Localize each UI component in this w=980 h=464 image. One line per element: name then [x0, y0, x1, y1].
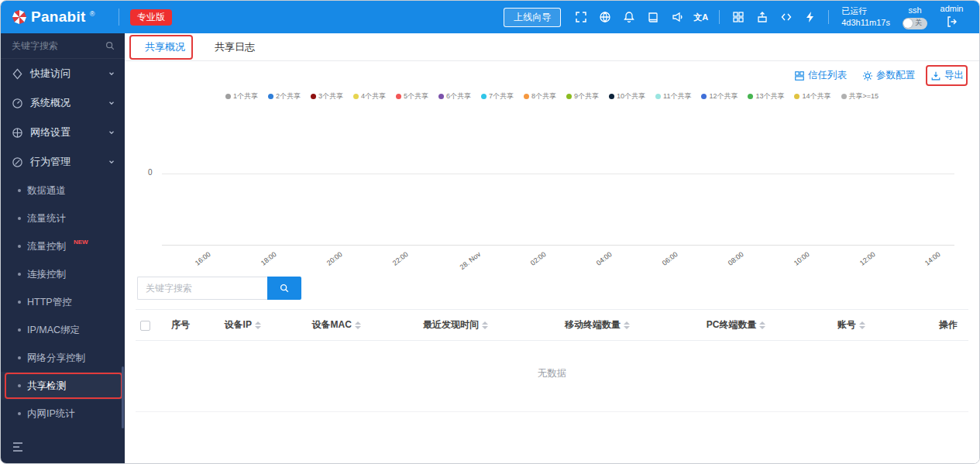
sidebar-group-label: 网络设置 [30, 125, 70, 139]
manual-book-icon[interactable] [646, 11, 659, 24]
brand-registered-mark: ® [90, 10, 95, 18]
column-header[interactable]: 最近发现时间 [418, 310, 560, 341]
column-header[interactable]: PC终端数量 [702, 310, 833, 341]
app-window: Panabit ® 专业版 上线向导 文A [0, 0, 980, 464]
legend-item[interactable]: 5个共享 [396, 91, 428, 101]
trust-list-label: 信任列表 [808, 69, 847, 82]
sidebar-item-share-detection[interactable]: 共享检测 [1, 372, 125, 400]
chart-legend: 1个共享2个共享3个共享4个共享5个共享6个共享7个共享8个共享9个共享10个共… [136, 85, 968, 103]
x-tick-label: 04:00 [595, 250, 623, 280]
column-header[interactable]: 账号 [833, 310, 903, 341]
sidebar-item-label: HTTP管控 [27, 296, 72, 309]
column-header[interactable]: 设备IP [220, 310, 308, 341]
sort-caret-icon[interactable] [624, 321, 630, 329]
share-trend-chart: 1个共享2个共享3个共享4个共享5个共享6个共享7个共享8个共享9个共享10个共… [136, 85, 968, 273]
sidebar-group-quick-access[interactable]: 快捷访问 [1, 59, 125, 88]
legend-item[interactable]: 10个共享 [609, 91, 645, 101]
sidebar-item-network-share-control[interactable]: 网络分享控制 [1, 344, 125, 372]
tab-share-log[interactable]: 共享日志 [215, 40, 255, 54]
sidebar-item-data-channel[interactable]: 数据通道 [1, 177, 125, 205]
ssh-label: ssh [903, 5, 927, 15]
legend-dot [794, 94, 799, 99]
sort-caret-icon[interactable] [859, 321, 865, 329]
sidebar-item-traffic-control[interactable]: 流量控制 NEW [1, 232, 125, 260]
table-search-row [137, 277, 967, 300]
sidebar-group-behavior-management[interactable]: 行为管理 [1, 147, 125, 177]
sidebar-item-http-control[interactable]: HTTP管控 [1, 288, 125, 316]
export-link[interactable]: 导出 [930, 69, 964, 82]
column-header[interactable]: 设备MAC [308, 310, 418, 341]
new-badge: NEW [74, 239, 88, 246]
translate-icon[interactable]: 文A [694, 11, 707, 24]
legend-item[interactable]: 12个共享 [701, 91, 738, 101]
ssh-toggle-state: 关 [915, 19, 922, 28]
sidebar-item-label: 连接控制 [27, 268, 66, 281]
notification-bell-icon[interactable] [622, 11, 635, 24]
legend-label: 11个共享 [663, 91, 691, 101]
bullet-dot [18, 245, 21, 248]
announcement-megaphone-icon[interactable] [670, 11, 683, 24]
fullscreen-icon[interactable] [574, 11, 587, 24]
table-search-button[interactable] [267, 277, 301, 300]
sidebar-item-intranet-ip-stats[interactable]: 内网IP统计 [1, 400, 125, 428]
legend-item[interactable]: 7个共享 [481, 91, 514, 101]
sidebar-group-network-settings[interactable]: 网络设置 [1, 118, 125, 147]
params-config-label: 参数配置 [876, 69, 915, 82]
legend-label: 14个共享 [802, 91, 830, 101]
legend-item[interactable]: 13个共享 [748, 91, 784, 101]
sort-caret-icon[interactable] [482, 321, 488, 329]
trust-list-link[interactable]: 信任列表 [794, 69, 847, 82]
sidebar-group-system-overview[interactable]: 系统概况 [1, 88, 125, 118]
legend-item[interactable]: 3个共享 [311, 91, 343, 101]
select-all-checkbox[interactable] [140, 321, 150, 331]
api-code-icon[interactable] [779, 11, 793, 24]
brand-logo[interactable]: Panabit ® [1, 9, 115, 26]
sidebar-item-connection-control[interactable]: 连接控制 [1, 260, 125, 288]
sort-caret-icon[interactable] [355, 321, 361, 329]
search-icon[interactable] [105, 40, 115, 51]
ssh-block: ssh 关 [903, 5, 927, 29]
select-all-header[interactable] [136, 310, 167, 341]
sidebar-item-traffic-stats[interactable]: 流量统计 [1, 205, 125, 232]
sidebar-scrollbar[interactable] [122, 366, 124, 428]
x-tick-label: 22:00 [390, 250, 418, 280]
support-globe-icon[interactable] [598, 11, 611, 24]
sidebar-item-ip-mac-binding[interactable]: IP/MAC绑定 [1, 316, 125, 344]
tab-share-overview[interactable]: 共享概况 [145, 40, 185, 54]
search-icon [279, 283, 290, 294]
legend-item[interactable]: 8个共享 [524, 91, 556, 101]
sidebar-item-label: 流量统计 [27, 212, 66, 225]
column-header-label: 设备IP [225, 319, 252, 330]
legend-item[interactable]: 14个共享 [794, 91, 830, 101]
legend-item[interactable]: 9个共享 [566, 91, 599, 101]
legend-item[interactable]: 4个共享 [353, 91, 386, 101]
table-search-input[interactable] [137, 277, 267, 300]
sort-caret-icon[interactable] [255, 321, 261, 329]
quick-action-bolt-icon[interactable] [803, 11, 817, 24]
sidebar-collapse-button[interactable] [1, 432, 125, 464]
params-config-link[interactable]: 参数配置 [862, 69, 915, 82]
legend-dot [841, 94, 847, 99]
brand-name: Panabit [31, 9, 86, 26]
legend-item[interactable]: 6个共享 [438, 91, 471, 101]
username-label: admin [940, 3, 964, 14]
sidebar-group-label: 快捷访问 [30, 67, 70, 81]
logout-icon[interactable] [945, 15, 958, 29]
legend-item[interactable]: 共享>=15 [841, 91, 879, 101]
x-tick-label: 20:00 [325, 250, 353, 280]
onboarding-wizard-button[interactable]: 上线向导 [504, 8, 561, 27]
x-tick-label: 16:00 [194, 250, 222, 280]
chevron-down-icon [108, 158, 115, 166]
legend-item[interactable]: 2个共享 [268, 91, 301, 101]
sort-caret-icon[interactable] [759, 321, 765, 329]
column-header[interactable]: 移动终端数量 [560, 310, 702, 341]
legend-item[interactable]: 1个共享 [225, 91, 258, 101]
ssh-toggle[interactable]: 关 [903, 18, 927, 29]
legend-item[interactable]: 11个共享 [655, 91, 691, 101]
edition-badge: 专业版 [130, 9, 172, 26]
sidebar-search-input[interactable] [12, 40, 105, 51]
bullet-dot [18, 301, 21, 304]
modules-grid-icon[interactable] [731, 11, 744, 24]
upgrade-icon[interactable] [755, 11, 769, 24]
sidebar: 快捷访问 系统概况 网络设置 行为管理 数据通道 [1, 33, 125, 464]
